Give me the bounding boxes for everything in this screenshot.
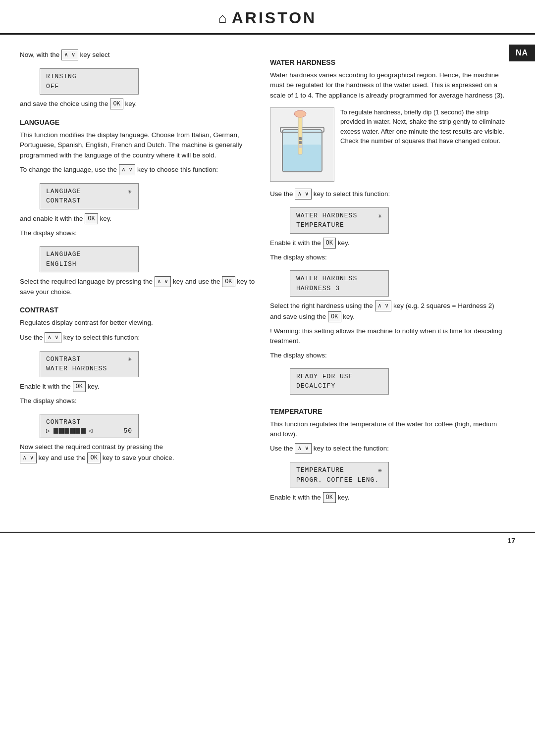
ok-key-wh-save: OK [328, 311, 341, 322]
contrast-line2: WATER HARDNESS [46, 364, 132, 374]
language-enable-text: and enable it with the OK key. [20, 213, 255, 224]
wh-display-shows: The display shows: [270, 252, 505, 262]
bar-block-5 [75, 428, 80, 434]
contrast-title: CONTRAST [20, 306, 255, 314]
svg-rect-7 [299, 145, 302, 148]
bar-block-4 [70, 428, 75, 434]
bar-arrow-left: ▷ [46, 427, 51, 435]
ready-line2: DECALCIFY [296, 381, 382, 391]
ok-key-intro: OK [110, 99, 123, 109]
star-icon4: ✳ [378, 466, 382, 474]
rinsing-line1: RINSING [46, 72, 132, 82]
warning-text: ! Warning: this setting allows the machi… [270, 326, 505, 347]
nav-key-wh-select: ∧ ∨ [375, 301, 392, 311]
contrast-enable-text: Enable it with the OK key. [20, 381, 255, 392]
bar-blocks [54, 428, 86, 434]
contrast-bar-row: ▷ ◁ 50 [46, 427, 132, 435]
water-hardness-select-display: WATER HARDNESS ✳ TEMPERATURE [290, 207, 389, 234]
contrast-select-display: CONTRAST ✳ WATER HARDNESS [40, 351, 139, 377]
water-hardness-use-key: Use the ∧ ∨ key to select this function: [270, 189, 505, 200]
wh-display-line2: HARDNESS 3 [296, 284, 382, 294]
language-english-line1: LANGUAGE [46, 250, 132, 259]
left-column: Now, with the ∧ ∨ key select RINSING OFF… [20, 50, 255, 507]
nav-key-wh: ∧ ∨ [295, 189, 312, 200]
nav-key-lang-select: ∧ ∨ [155, 276, 171, 287]
contrast-use-key: Use the ∧ ∨ key to select this function: [20, 332, 255, 343]
glass-image [270, 107, 334, 182]
contrast-display-shows: The display shows: [20, 396, 255, 406]
bar-block-2 [59, 428, 64, 434]
language-para2: To change the language, use the ∧ ∨ key … [20, 164, 255, 175]
contrast-line1: CONTRAST [46, 354, 81, 364]
temperature-select-display: TEMPERATURE ✳ PROGR. COFFEE LENG. [290, 462, 389, 488]
bar-block-1 [54, 428, 58, 434]
page-number: 17 [507, 537, 515, 545]
intro-text: Now, with the ∧ ∨ key select [20, 50, 255, 60]
language-english-line2: ENGLISH [46, 259, 132, 269]
ready-line1: READY FOR USE [296, 372, 382, 382]
brand-name: ARISTON [232, 9, 317, 27]
bar-block-3 [64, 428, 69, 434]
rinsing-display: RINSING OFF [40, 68, 139, 95]
wh-display-line1: WATER HARDNESS [296, 274, 382, 284]
water-hardness-para1: Water hardness varies according to geogr… [270, 70, 505, 101]
nav-key-contrast-select: ∧ ∨ [20, 453, 37, 463]
nav-key-language: ∧ ∨ [119, 164, 136, 175]
wh-enable-text: Enable it with the OK key. [270, 238, 505, 249]
svg-rect-5 [299, 137, 302, 140]
ok-key-temp: OK [323, 492, 336, 503]
language-select-line1: LANGUAGE [46, 187, 81, 197]
contrast-bar-line1: CONTRAST [46, 417, 132, 427]
language-title: LANGUAGE [20, 118, 255, 126]
wh-ready-display-shows: The display shows: [270, 351, 505, 360]
language-select-line2: CONTRAST [46, 196, 132, 206]
glass-svg [272, 110, 332, 179]
water-hardness-title: WATER HARDNESS [270, 58, 505, 66]
temperature-para1: This function regulates the temperature … [270, 419, 505, 440]
logo: ⌂ ARISTON [218, 9, 317, 27]
wh-select-line1: WATER HARDNESS [296, 211, 357, 221]
temperature-enable-text: Enable it with the OK key. [270, 492, 505, 503]
rinsing-line2: OFF [46, 82, 132, 92]
ok-key-lang-save: OK [222, 276, 235, 287]
temp-select-line1: TEMPERATURE [296, 465, 344, 475]
contrast-save-instructions: Now select the required contrast by pres… [20, 442, 255, 463]
language-select-instructions: Select the required language by pressing… [20, 276, 255, 297]
svg-rect-3 [298, 115, 302, 154]
contrast-para1: Regulates display contrast for better vi… [20, 318, 255, 328]
house-icon: ⌂ [218, 10, 227, 26]
page-header: ⌂ ARISTON [0, 0, 535, 35]
bar-block-6 [81, 428, 86, 434]
water-hardness-3-display: WATER HARDNESS HARDNESS 3 [290, 270, 389, 297]
temperature-title: TEMPERATURE [270, 407, 505, 415]
main-content: Now, with the ∧ ∨ key select RINSING OFF… [0, 35, 535, 522]
nav-key-intro: ∧ ∨ [61, 50, 78, 60]
language-english-display: LANGUAGE ENGLISH [40, 246, 139, 272]
language-para1: This function modifies the display langu… [20, 130, 255, 160]
star-icon: ✳ [128, 188, 132, 196]
image-area: To regulate hardness, briefly dip (1 sec… [270, 107, 505, 182]
wh-select-line2: TEMPERATURE [296, 220, 382, 230]
language-display-shows: The display shows: [20, 228, 255, 238]
svg-point-4 [294, 110, 306, 117]
temperature-use-key: Use the ∧ ∨ key to select the function: [270, 443, 505, 454]
wh-select-hardness: Select the right hardness using the ∧ ∨ … [270, 301, 505, 322]
ok-key-contrast-save: OK [87, 453, 100, 463]
language-select-display: LANGUAGE ✳ CONTRAST [40, 183, 139, 209]
ok-key-contrast: OK [73, 381, 86, 392]
bar-arrow-right: ◁ [89, 427, 93, 435]
ok-key-wh: OK [323, 238, 336, 249]
page-footer: 17 [0, 532, 535, 549]
contrast-value: 50 [123, 427, 132, 435]
contrast-bar-display: CONTRAST ▷ ◁ 50 [40, 414, 139, 439]
right-column: WATER HARDNESS Water hardness varies acc… [270, 50, 515, 507]
svg-rect-6 [299, 141, 302, 144]
nav-key-contrast: ∧ ∨ [45, 332, 61, 343]
temp-select-line2: PROGR. COFFEE LENG. [296, 475, 382, 485]
nav-key-temp: ∧ ∨ [295, 443, 312, 454]
save-choice-text: and save the choice using the OK key. [20, 99, 255, 109]
ready-for-use-display: READY FOR USE DECALCIFY [290, 368, 389, 395]
ok-key-language: OK [85, 213, 98, 224]
star-icon2: ✳ [128, 355, 132, 363]
star-icon3: ✳ [378, 212, 382, 220]
